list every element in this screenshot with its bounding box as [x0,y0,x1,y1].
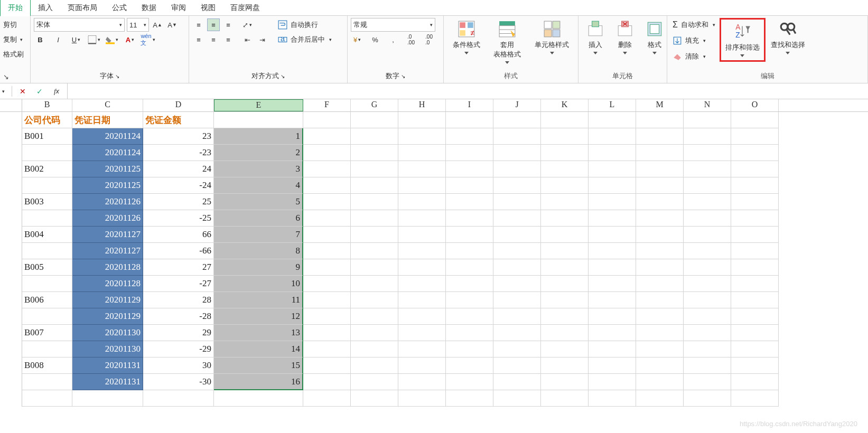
col-header-G[interactable]: G [351,99,398,111]
tab-view[interactable]: 视图 [193,0,223,16]
italic-button[interactable]: I [52,33,64,46]
font-color-button[interactable]: A▾ [124,33,136,46]
cell[interactable] [684,128,731,145]
cell[interactable] [398,194,446,210]
align-middle-button[interactable]: ≡ [207,18,220,31]
cell[interactable] [589,292,636,308]
cell[interactable] [684,276,731,292]
cell[interactable]: 20201126 [72,210,143,227]
align-left-button[interactable]: ≡ [192,33,205,46]
cell[interactable] [303,227,351,243]
cell[interactable]: -23 [143,145,214,161]
cell[interactable] [636,374,684,390]
cell[interactable]: -27 [143,276,214,292]
fx-icon[interactable]: fx [50,85,63,98]
cell[interactable] [446,292,493,308]
cell[interactable] [541,325,589,341]
cancel-icon[interactable]: ✕ [16,85,29,98]
cell[interactable] [589,357,636,374]
cell[interactable]: 23 [143,128,214,145]
cell[interactable] [636,357,684,374]
cell[interactable] [398,161,446,177]
cell[interactable] [446,210,493,227]
cell[interactable] [636,341,684,357]
cell[interactable] [493,177,541,194]
cell[interactable] [398,341,446,357]
cell[interactable] [493,259,541,276]
cell[interactable] [731,177,779,194]
cell[interactable] [22,276,72,292]
cell[interactable] [351,145,398,161]
cell[interactable]: 20201129 [72,292,143,308]
cell[interactable] [493,161,541,177]
cell[interactable] [589,308,636,325]
cell[interactable]: 13 [214,325,303,341]
cell[interactable] [398,374,446,390]
format-cells-button[interactable]: 格式 [641,18,668,57]
cell[interactable] [589,177,636,194]
cell[interactable] [589,210,636,227]
cell[interactable] [589,161,636,177]
cell[interactable] [446,357,493,374]
cell[interactable] [351,341,398,357]
cell[interactable] [684,227,731,243]
cell[interactable] [589,227,636,243]
cell[interactable] [398,325,446,341]
cell[interactable] [493,341,541,357]
cell[interactable] [589,243,636,259]
cell[interactable] [636,177,684,194]
col-header-N[interactable]: N [684,99,731,111]
cell[interactable]: -66 [143,243,214,259]
cell[interactable]: 29 [143,325,214,341]
align-right-button[interactable]: ≡ [222,33,235,46]
font-name-select[interactable]: 宋体▾ [34,18,125,32]
tab-home[interactable]: 开始 [0,0,31,16]
cell[interactable] [493,276,541,292]
cell[interactable]: 20201131 [72,357,143,374]
col-header-O[interactable]: O [731,99,779,111]
cell[interactable]: B001 [22,128,72,145]
cell[interactable]: 20201127 [72,227,143,243]
cell[interactable] [636,227,684,243]
cell[interactable]: 4 [214,177,303,194]
cell[interactable]: -25 [143,210,214,227]
cell[interactable] [446,341,493,357]
cell[interactable] [446,128,493,145]
cell[interactable] [493,292,541,308]
cell[interactable] [541,259,589,276]
cell[interactable] [684,292,731,308]
cell[interactable]: 20201131 [72,374,143,390]
cell[interactable] [398,259,446,276]
cell[interactable] [684,341,731,357]
cell[interactable] [446,227,493,243]
cell[interactable]: B005 [22,259,72,276]
cell[interactable] [684,308,731,325]
cell[interactable] [446,374,493,390]
cell[interactable] [684,374,731,390]
cell[interactable] [398,390,446,407]
number-format-select[interactable]: 常规▾ [351,18,435,32]
cell[interactable] [303,325,351,341]
cell[interactable] [636,112,684,128]
cell[interactable] [351,128,398,145]
cell[interactable] [589,259,636,276]
increase-indent-button[interactable]: ⇥ [256,33,268,46]
align-center-button[interactable]: ≡ [207,33,220,46]
align-top-button[interactable]: ≡ [192,18,205,31]
cell[interactable] [446,177,493,194]
cell[interactable]: B003 [22,194,72,210]
cell[interactable] [636,390,684,407]
cell[interactable] [731,390,779,407]
cell[interactable]: 14 [214,341,303,357]
cell[interactable] [731,292,779,308]
cell[interactable] [398,243,446,259]
cell[interactable]: 9 [214,259,303,276]
cell[interactable] [398,276,446,292]
tab-baidu[interactable]: 百度网盘 [223,0,267,16]
cut-button[interactable]: 剪切 [3,18,17,32]
cell[interactable] [351,243,398,259]
cell[interactable]: 1 [214,128,303,145]
conditional-format-button[interactable]: ≠ 条件格式 [450,18,483,57]
cell[interactable] [541,210,589,227]
cell[interactable] [541,128,589,145]
